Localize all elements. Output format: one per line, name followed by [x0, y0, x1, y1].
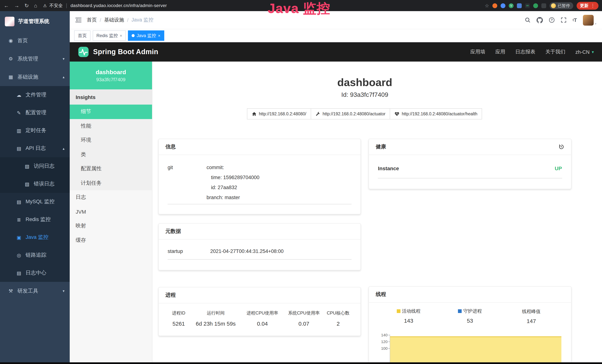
bookmark-star-icon[interactable]: ☆	[485, 3, 489, 8]
caret-down-icon: ▾	[595, 22, 596, 25]
java-monitor-icon: ▣	[16, 235, 22, 240]
git-id-line: id: 27aa832	[206, 182, 259, 193]
sidebar-item-java-monitor[interactable]: ▣ Java 监控	[0, 228, 70, 246]
health-url-button[interactable]: http://192.168.0.2:48080/actuator/health	[390, 108, 482, 119]
threads-legend: 活动线程 143 守护进程 53 线程峰值	[378, 308, 562, 324]
sidebar-item-scheduled-jobs[interactable]: ▥ 定时任务	[0, 122, 70, 139]
breadcrumb-home[interactable]: 首页	[87, 17, 97, 23]
extension-icon-vue[interactable]: V	[509, 3, 514, 8]
close-icon[interactable]: ×	[158, 33, 160, 38]
sba-nav-about[interactable]: 关于我们	[545, 49, 565, 55]
fullscreen-icon[interactable]	[561, 17, 567, 23]
sba-menu-details[interactable]: 细节	[70, 105, 152, 119]
git-info-row: git commit: time: 1596289704000 id: 27aa…	[168, 162, 352, 204]
breadcrumb-current: Java 监控	[131, 17, 153, 23]
search-icon[interactable]	[525, 17, 531, 23]
sidebar-item-access-log[interactable]: ▧ 访问日志	[0, 157, 70, 175]
help-icon[interactable]: ?	[549, 17, 555, 23]
sidebar-item-label: Redis 监控	[26, 216, 51, 223]
sba-menu-mappings[interactable]: 映射	[70, 219, 152, 233]
address-bar[interactable]: ⚠ 不安全 dashboard.yudao.iocoder.cn/infra/a…	[43, 2, 485, 9]
instance-header[interactable]: dashboard 93a3fc7f7409	[70, 62, 152, 89]
sba-menu-classes[interactable]: 类	[70, 147, 152, 162]
sba-nav-journal[interactable]: 日志报表	[515, 49, 535, 55]
sidebar-item-tracing[interactable]: ◎ 链路追踪	[0, 246, 70, 264]
process-card: 进程 进程ID 5261 运行时间	[158, 287, 361, 336]
sidebar-item-system[interactable]: ⚙ 系统管理 ▾	[0, 50, 70, 68]
sidebar-item-home[interactable]: ◉ 首页	[0, 32, 70, 50]
wrench-icon	[316, 111, 320, 116]
browser-home-icon[interactable]: ⌂	[34, 3, 37, 9]
extension-icon-drop[interactable]	[501, 3, 505, 8]
forward-icon[interactable]: →	[14, 3, 19, 9]
sba-menu-caches[interactable]: 缓存	[70, 233, 152, 247]
sidebar-item-redis-monitor[interactable]: ≣ Redis 监控	[0, 211, 70, 228]
sidebar-item-log-center[interactable]: ▤ 日志中心	[0, 264, 70, 282]
hamburger-fold-icon[interactable]	[75, 17, 82, 23]
sba-menu-environment[interactable]: 环境	[70, 133, 152, 147]
reload-icon[interactable]: ↻	[24, 3, 29, 9]
infrastructure-icon: ▦	[7, 74, 14, 80]
page-title: dashboard	[158, 76, 571, 89]
extension-icon-orange[interactable]	[493, 3, 497, 8]
sidebar-item-api-log[interactable]: ▤ API 日志 ▴	[0, 139, 70, 157]
metadata-key: startup	[168, 248, 210, 254]
tab-java-monitor[interactable]: Java 监控 ×	[128, 30, 164, 41]
sba-menu-configprops[interactable]: 配置属性	[70, 162, 152, 176]
sba-nav-wallboard[interactable]: 应用墙	[470, 49, 485, 55]
actuator-url-button[interactable]: http://192.168.0.2:48080/actuator	[311, 108, 390, 119]
chevron-up-icon: ▴	[63, 75, 64, 79]
puzzle-extensions-icon[interactable]	[541, 3, 546, 8]
paused-badge[interactable]: 已暂停	[549, 2, 573, 9]
pencil-icon: ✎	[16, 110, 22, 116]
breadcrumb-infrastructure[interactable]: 基础设施	[104, 17, 124, 23]
language-selector[interactable]: zh-CN ▾	[575, 49, 594, 55]
tab-redis-monitor[interactable]: Redis 监控 ×	[93, 30, 126, 41]
paused-label: 已暂停	[558, 3, 570, 8]
github-icon[interactable]	[537, 17, 543, 23]
history-icon[interactable]	[558, 144, 564, 150]
sidebar-item-file-management[interactable]: ☁ 文件管理	[0, 86, 70, 104]
sba-menu-scheduled-tasks[interactable]: 计划任务	[70, 176, 152, 190]
active-threads-area	[390, 336, 561, 364]
smiley-icon	[551, 3, 556, 8]
close-icon[interactable]: ×	[120, 33, 122, 38]
sidebar-item-infrastructure[interactable]: ▦ 基础设施 ▴	[0, 68, 70, 86]
col-value: 0.04	[242, 321, 283, 327]
extension-icon-switch[interactable]: on	[525, 3, 530, 8]
col-header: CPU核心数	[325, 310, 352, 316]
service-url-button[interactable]: http://192.168.0.2:48080/	[247, 108, 311, 119]
update-button[interactable]: 更新 ⋮	[577, 2, 598, 10]
heartbeat-icon	[395, 111, 399, 116]
legend-label: 线程峰值	[522, 309, 541, 315]
chevron-down-icon: ▾	[592, 50, 594, 54]
sidebar-item-label: 访问日志	[34, 163, 54, 170]
url-text: dashboard.yudao.iocoder.cn/infra/admin-s…	[70, 3, 167, 8]
daemon-threads-col: 守护进程 53	[439, 308, 501, 324]
tab-home[interactable]: 首页	[74, 30, 90, 41]
kebab-menu-icon[interactable]: ⋮	[591, 3, 595, 8]
sidebar-item-config-management[interactable]: ✎ 配置管理	[0, 104, 70, 122]
sidebar-item-error-log[interactable]: ▧ 错误日志	[0, 175, 70, 193]
user-menu[interactable]: ▾	[583, 15, 596, 25]
back-icon[interactable]: ←	[4, 3, 9, 9]
sba-menu-jvm[interactable]: JVM	[70, 204, 152, 219]
eye-icon: ◎	[16, 252, 22, 258]
extension-icon-leaf[interactable]	[533, 3, 538, 8]
sba-main: dashboard Id: 93a3fc7f7409 http://192.16…	[152, 62, 602, 364]
extension-icon-grid[interactable]	[517, 3, 522, 8]
sba-menu-metrics[interactable]: 性能	[70, 119, 152, 133]
font-size-icon[interactable]: tT	[573, 17, 577, 23]
sidebar-item-mysql-monitor[interactable]: ▤ MySQL 监控	[0, 193, 70, 211]
sidebar-item-dev-tools[interactable]: ⚒ 研发工具 ▾	[0, 282, 70, 300]
sba-nav-applications[interactable]: 应用	[495, 49, 505, 55]
log-doc-icon: ▧	[24, 181, 30, 187]
legend-value: 53	[439, 317, 501, 324]
y-tick: 120	[378, 339, 388, 344]
sba-sidebar: dashboard 93a3fc7f7409 Insights 细节 性能 环境…	[70, 62, 152, 364]
sba-menu-logfile[interactable]: 日志	[70, 190, 152, 204]
sba-menu-insights[interactable]: Insights	[70, 89, 152, 105]
threads-card: 线程 活动线程 143 守护进程	[369, 286, 571, 364]
chevron-down-icon: ▾	[63, 57, 64, 61]
service-url: http://192.168.0.2:48080/	[259, 112, 306, 116]
